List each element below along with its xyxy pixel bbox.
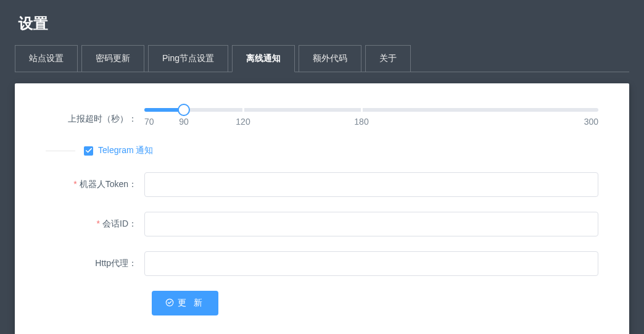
slider-mark: 120 <box>236 117 250 127</box>
chat-id-label: *会话ID： <box>46 219 144 230</box>
chat-id-row: *会话ID： <box>46 212 598 236</box>
check-icon <box>84 146 93 156</box>
timeout-label: 上报超时（秒）： <box>46 114 144 125</box>
tab-3[interactable]: 离线通知 <box>232 45 295 72</box>
token-label: *机器人Token： <box>46 179 144 190</box>
slider-mark: 300 <box>584 117 598 127</box>
submit-row: 更 新 <box>46 291 598 315</box>
slider-marks: 7090120180300 <box>144 117 598 130</box>
tabs: 站点设置密码更新Ping节点设置离线通知额外代码关于 <box>15 44 629 72</box>
tab-1[interactable]: 密码更新 <box>81 45 144 72</box>
update-button-label: 更 新 <box>178 298 205 309</box>
check-circle-icon <box>165 298 174 309</box>
telegram-checkbox-label: Telegram 通知 <box>98 145 153 156</box>
svg-point-0 <box>166 299 173 306</box>
timeout-slider[interactable]: 7090120180300 <box>144 108 598 130</box>
settings-panel: 上报超时（秒）： 7090120180300 Telegram 通知 <box>15 83 629 334</box>
page-title: 设置 <box>15 0 629 44</box>
slider-stop <box>242 108 244 112</box>
slider-stop <box>183 108 185 112</box>
token-row: *机器人Token： <box>46 172 598 197</box>
telegram-checkbox[interactable]: Telegram 通知 <box>75 145 162 156</box>
proxy-label: Http代理： <box>46 258 144 269</box>
proxy-input[interactable] <box>144 251 598 276</box>
proxy-row: Http代理： <box>46 251 598 276</box>
slider-mark: 90 <box>179 117 189 127</box>
timeout-row: 上报超时（秒）： 7090120180300 <box>46 108 598 130</box>
tab-4[interactable]: 额外代码 <box>299 45 361 72</box>
update-button[interactable]: 更 新 <box>152 291 218 315</box>
divider-line <box>46 151 75 151</box>
slider-mark: 70 <box>144 117 154 127</box>
telegram-section-header: Telegram 通知 <box>46 145 598 156</box>
chat-id-input[interactable] <box>144 212 598 236</box>
slider-mark: 180 <box>354 117 368 127</box>
tab-2[interactable]: Ping节点设置 <box>148 45 228 72</box>
tab-0[interactable]: 站点设置 <box>15 45 78 72</box>
slider-track[interactable] <box>144 108 598 112</box>
tab-5[interactable]: 关于 <box>365 45 411 72</box>
token-input[interactable] <box>144 172 598 197</box>
slider-stop <box>361 108 363 112</box>
